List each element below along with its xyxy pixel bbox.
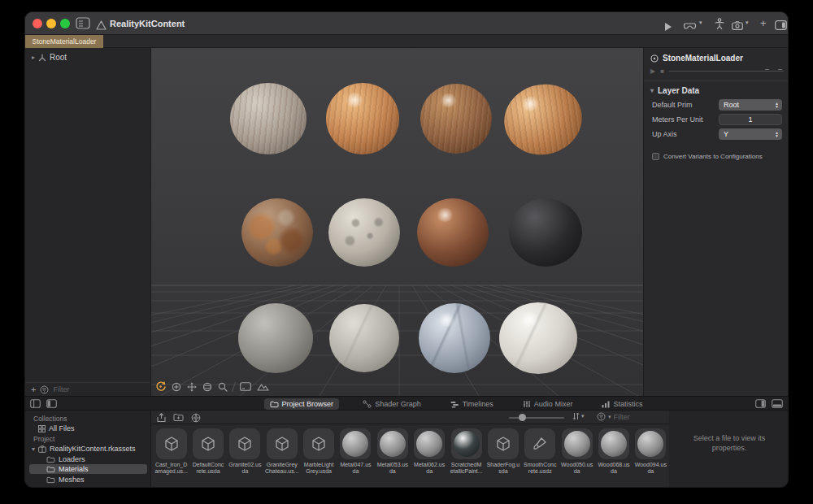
tab-statistics[interactable]: Statistics (596, 398, 648, 410)
new-folder-icon[interactable] (173, 413, 184, 422)
filter-icon[interactable] (40, 385, 49, 394)
file-cast-iron-damaged[interactable]: Cast_Iron_Damaged.us... (153, 426, 189, 488)
sphere-rusted-iron[interactable] (241, 198, 313, 267)
tab-project-browser[interactable]: Project Browser (264, 398, 340, 410)
preview-play-icon[interactable]: ▶ (650, 67, 655, 75)
select-tool-icon[interactable] (172, 382, 181, 392)
file-thumbnail (303, 428, 334, 459)
toggle-detail-panel-icon[interactable] (755, 399, 766, 408)
sphere-grey-concrete[interactable] (238, 303, 313, 373)
headset-chevron-icon[interactable]: ▾ (699, 20, 702, 26)
sphere-speckled-granite[interactable] (328, 198, 400, 267)
toggle-left-sidebar-filled-icon[interactable] (46, 399, 57, 408)
file-default-concrete[interactable]: DefaultConcrete.usda (189, 426, 226, 488)
ar-headset-icon[interactable] (684, 20, 696, 34)
thumbnail-size-slider[interactable] (509, 417, 564, 419)
tab-timelines[interactable]: Timelines (445, 398, 499, 410)
preview-stop-icon[interactable]: ■ (660, 67, 664, 75)
default-prim-row: Default Prim Root ▲▼ (652, 99, 782, 111)
preview-scrubber[interactable] (669, 71, 784, 72)
camera-chevron-icon[interactable]: ▾ (746, 20, 749, 26)
default-prim-select[interactable]: Root ▲▼ (719, 99, 782, 111)
file-wood068[interactable]: Wood068.usda (595, 426, 632, 488)
file-metal062[interactable]: Metal062.usda (411, 426, 448, 488)
material-ball-icon[interactable] (191, 413, 201, 423)
sidebar-item-materials[interactable]: Materials (46, 465, 89, 473)
file-shader-fog[interactable]: ShaderFog.usda (485, 426, 521, 488)
tab-audio-mixer[interactable]: Audio Mixer (517, 398, 579, 410)
file-metal053[interactable]: Metal053.usda (374, 426, 411, 488)
section-chevron-icon[interactable]: ▾ (650, 87, 654, 94)
inspector-toggle-icon[interactable] (775, 19, 787, 33)
file-thumbnail (488, 428, 519, 459)
disclosure-chevron-icon[interactable]: ▸ (32, 54, 35, 61)
convert-variants-checkbox[interactable] (652, 153, 659, 160)
browser-filter[interactable]: ▾ (597, 412, 651, 421)
file-granite02[interactable]: Granite02.usda (227, 426, 263, 488)
sphere-wood-brown[interactable] (420, 84, 492, 154)
tab-shader-graph[interactable]: Shader Graph (357, 398, 427, 410)
file-marble-light-grey[interactable]: MarbleLightGrey.usda (300, 426, 337, 488)
layer-data-section-header[interactable]: ▾ Layer Data (650, 86, 699, 95)
camera-icon[interactable] (732, 19, 743, 33)
minimize-button[interactable] (46, 19, 56, 28)
browser-toolbar: ▾ ▾ (151, 411, 669, 424)
orbit-tool-icon-active[interactable] (155, 381, 166, 392)
file-scratched-metallic-paint[interactable]: ScratchedMetallicPaint... (448, 426, 485, 488)
sphere-blue-marble[interactable] (419, 303, 490, 373)
slider-knob[interactable] (519, 414, 526, 421)
file-wood050[interactable]: Wood050.usda (559, 426, 595, 488)
add-entity-button[interactable]: + (31, 385, 36, 394)
section-title: Layer Data (658, 86, 699, 95)
sphere-wood-grey[interactable] (230, 83, 307, 154)
usd-cube-icon (237, 436, 253, 452)
meters-per-unit-input[interactable] (719, 114, 782, 125)
file-wood094[interactable]: Wood094.usda (633, 426, 669, 488)
sidebar-item-loaders[interactable]: Loaders (46, 455, 85, 463)
viewport-3d[interactable] (151, 48, 643, 396)
close-button[interactable] (33, 19, 42, 28)
file-metal047[interactable]: Metal047.usda (337, 426, 374, 488)
import-icon[interactable] (157, 413, 166, 423)
tab-label: Project Browser (282, 400, 334, 408)
file-thumbnail (377, 428, 408, 459)
sidebar-toggle-icon[interactable] (76, 17, 90, 33)
disclosure-chevron-icon[interactable]: ▾ (32, 445, 35, 453)
warning-icon[interactable] (96, 19, 107, 33)
rotate-tool-icon[interactable] (202, 382, 212, 392)
file-granite-grey-chateau[interactable]: GraniteGreyChateau.us... (263, 426, 300, 488)
audio-mixer-icon (523, 400, 531, 408)
viewport-toolbar (155, 381, 269, 392)
sphere-black-stone[interactable] (509, 198, 582, 267)
sphere-light-concrete[interactable] (329, 304, 399, 372)
sphere-wood-orange[interactable] (326, 83, 399, 154)
sphere-white-marble[interactable] (499, 302, 577, 374)
tab-stone-material-loader[interactable]: StoneMaterialLoader (25, 35, 103, 48)
sidebar-item-rkassets[interactable]: ▾ RealityKitContent.rkassets (32, 445, 136, 453)
sidebar-item-all-files[interactable]: All Files (38, 424, 75, 432)
file-detail-panel: Select a file to view its properties. (669, 411, 789, 488)
item-label: All Files (49, 424, 75, 432)
accessibility-icon[interactable] (715, 18, 724, 33)
zoom-button[interactable] (60, 19, 70, 28)
browser-filter-input[interactable] (614, 413, 651, 421)
scene-tree-item-root[interactable]: ▸ Root (32, 53, 67, 62)
environment-icon[interactable] (257, 382, 269, 391)
move-tool-icon[interactable] (187, 382, 197, 392)
scene-filter-input[interactable] (53, 385, 110, 393)
viewport-settings-icon[interactable] (240, 382, 251, 391)
sidebar-item-meshes[interactable]: Meshes (46, 476, 85, 484)
usd-cube-icon (200, 436, 216, 452)
zoom-tool-icon[interactable] (218, 382, 228, 392)
sort-control[interactable]: ▾ (572, 412, 585, 420)
play-button[interactable] (664, 20, 672, 34)
toggle-left-sidebar-icon[interactable] (30, 399, 41, 408)
sphere-copper[interactable] (417, 198, 489, 267)
tab-label: StoneMaterialLoader (33, 37, 97, 46)
file-thumbnail (598, 428, 629, 459)
toggle-bottom-panel-icon[interactable] (772, 399, 783, 408)
shader-graph-icon (363, 400, 372, 408)
add-button[interactable]: + (760, 17, 767, 29)
file-smooth-concrete[interactable]: SmoothConcrete.usdz (522, 426, 559, 488)
up-axis-select[interactable]: Y ▲▼ (719, 128, 782, 140)
